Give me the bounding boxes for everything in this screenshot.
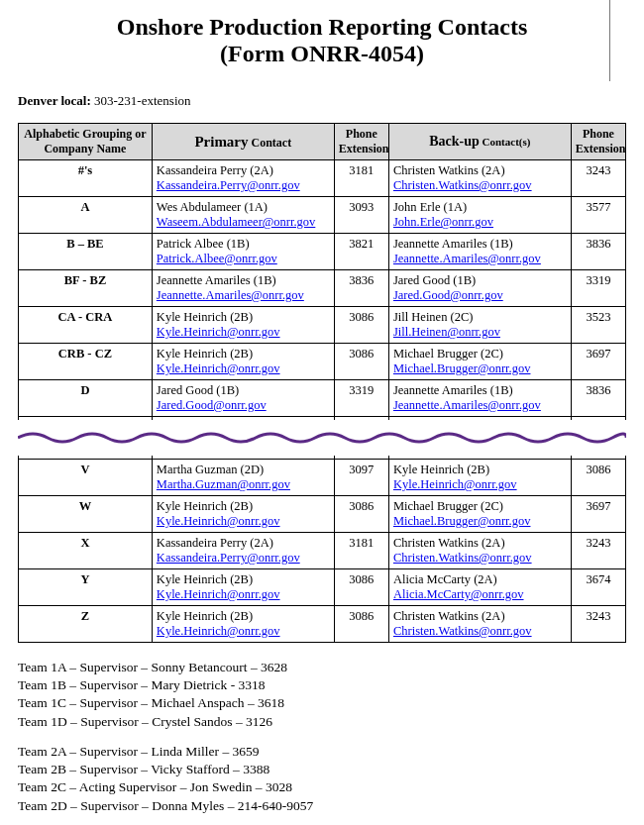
cell-backup-ext: 3697 (571, 496, 625, 533)
col-header-backup-ext: Phone Extension (571, 124, 625, 160)
cell-group: BF - BZ (19, 270, 153, 307)
primary-email-link[interactable]: Waseem.Abdulameer@onrr.gov (157, 215, 315, 229)
cell-group: #'s (19, 160, 153, 197)
page-title-line1: Onshore Production Reporting Contacts (18, 14, 626, 41)
table-row: CA - CRAKyle Heinrich (2B)Kyle.Heinrich@… (19, 307, 626, 344)
cell-group: CRB - CZ (19, 344, 153, 380)
backup-name: Christen Watkins (2A) (393, 163, 505, 177)
cell-primary-ext: 3086 (334, 496, 388, 533)
cell-group: Z (19, 606, 153, 643)
col-header-backup: Back-up Contact(s) (388, 124, 571, 160)
primary-email-link[interactable]: Kassandeira.Perry@onrr.gov (157, 178, 300, 192)
backup-name: Jeannette Amariles (1B) (393, 383, 513, 397)
primary-email-link[interactable]: Kyle.Heinrich@onrr.gov (157, 624, 280, 638)
cell-group: D (19, 380, 153, 417)
col-header-backup-big: Back-up (429, 134, 480, 149)
primary-email-link[interactable]: Kassandeira.Perry@onrr.gov (157, 551, 300, 565)
cell-group: CA - CRA (19, 307, 153, 344)
page-title-line2: (Form ONRR-4054) (18, 41, 626, 67)
contacts-table-bottom: VMartha Guzman (2D)Martha.Guzman@onrr.go… (18, 450, 626, 643)
cell-backup: Jill Heinen (2C)Jill.Heinen@onrr.gov (388, 307, 571, 344)
backup-email-link[interactable]: Christen.Watkins@onrr.gov (393, 624, 532, 638)
cell-backup: Alicia McCarty (2A)Alicia.McCarty@onrr.g… (388, 569, 571, 606)
primary-name: Patrick Albee (1B) (157, 237, 250, 251)
contacts-table-top: Alphabetic Grouping or Company Name Prim… (18, 123, 626, 426)
backup-name: Kyle Heinrich (2B) (393, 463, 489, 476)
cell-backup: Kyle Heinrich (2B)Kyle.Heinrich@onrr.gov (388, 460, 571, 496)
primary-name: Jared Good (1B) (157, 383, 239, 397)
cell-primary-ext: 3181 (334, 160, 388, 197)
team-line: Team 1B – Supervisor – Mary Dietrick - 3… (18, 676, 626, 694)
backup-email-link[interactable]: Jeannette.Amariles@onrr.gov (393, 252, 541, 265)
team-line: Team 2C – Acting Supervisor – Jon Swedin… (18, 778, 626, 796)
cell-backup: Jeannette Amariles (1B)Jeannette.Amarile… (388, 380, 571, 417)
cell-backup: John Erle (1A)John.Erle@onrr.gov (388, 197, 571, 234)
team-line: Team 2A – Supervisor – Linda Miller – 36… (18, 743, 626, 761)
table-row: AWes Abdulameer (1A)Waseem.Abdulameer@on… (19, 197, 626, 234)
cell-backup-ext: 3243 (571, 160, 625, 197)
backup-email-link[interactable]: Jill.Heinen@onrr.gov (393, 325, 500, 339)
cell-primary-ext: 3821 (334, 234, 388, 270)
backup-email-link[interactable]: Christen.Watkins@onrr.gov (393, 551, 532, 565)
cell-primary: Wes Abdulameer (1A)Waseem.Abdulameer@onr… (152, 197, 334, 234)
table-row: B – BEPatrick Albee (1B)Patrick.Albee@on… (19, 234, 626, 270)
backup-name: Christen Watkins (2A) (393, 609, 505, 623)
cell-backup-ext: 3674 (571, 569, 625, 606)
table-row: ZKyle Heinrich (2B)Kyle.Heinrich@onrr.go… (19, 606, 626, 643)
col-header-primary-small: Contact (249, 136, 292, 150)
cell-group: W (19, 496, 153, 533)
backup-email-link[interactable]: Alicia.McCarty@onrr.gov (393, 587, 524, 601)
backup-name: Michael Brugger (2C) (393, 347, 503, 361)
cell-primary-ext: 3097 (334, 460, 388, 496)
cell-backup-ext: 3577 (571, 197, 625, 234)
primary-name: Kyle Heinrich (2B) (157, 499, 253, 513)
table-row: BF - BZJeannette Amariles (1B)Jeannette.… (19, 270, 626, 307)
table-row: #'sKassandeira Perry (2A)Kassandeira.Per… (19, 160, 626, 197)
backup-name: Jared Good (1B) (393, 273, 476, 287)
teams-list: Team 1A – Supervisor – Sonny Betancourt … (18, 659, 626, 815)
col-header-group: Alphabetic Grouping or Company Name (19, 124, 153, 160)
primary-email-link[interactable]: Kyle.Heinrich@onrr.gov (157, 587, 280, 601)
primary-name: Kassandeira Perry (2A) (157, 536, 273, 550)
primary-email-link[interactable]: Kyle.Heinrich@onrr.gov (157, 361, 280, 375)
page-tear-divider (18, 420, 626, 456)
cell-primary-ext: 3181 (334, 533, 388, 569)
backup-email-link[interactable]: Christen.Watkins@onrr.gov (393, 178, 532, 192)
backup-email-link[interactable]: Michael.Brugger@onrr.gov (393, 514, 531, 528)
cell-group: Y (19, 569, 153, 606)
cell-backup-ext: 3319 (571, 270, 625, 307)
primary-name: Kassandeira Perry (2A) (157, 163, 273, 177)
backup-email-link[interactable]: John.Erle@onrr.gov (393, 215, 493, 229)
cell-backup-ext: 3086 (571, 460, 625, 496)
cell-primary: Patrick Albee (1B)Patrick.Albee@onrr.gov (152, 234, 334, 270)
col-header-backup-small: Contact(s) (480, 136, 531, 148)
primary-name: Wes Abdulameer (1A) (157, 200, 268, 214)
table-row: YKyle Heinrich (2B)Kyle.Heinrich@onrr.go… (19, 569, 626, 606)
cell-primary-ext: 3086 (334, 307, 388, 344)
primary-email-link[interactable]: Jared.Good@onrr.gov (157, 398, 267, 412)
primary-name: Kyle Heinrich (2B) (157, 347, 253, 361)
primary-email-link[interactable]: Kyle.Heinrich@onrr.gov (157, 514, 280, 528)
cell-primary-ext: 3319 (334, 380, 388, 417)
primary-email-link[interactable]: Kyle.Heinrich@onrr.gov (157, 325, 280, 339)
backup-email-link[interactable]: Kyle.Heinrich@onrr.gov (393, 477, 517, 491)
backup-email-link[interactable]: Jeannette.Amariles@onrr.gov (393, 398, 541, 412)
cell-group: V (19, 460, 153, 496)
primary-email-link[interactable]: Martha.Guzman@onrr.gov (157, 477, 290, 491)
backup-email-link[interactable]: Jared.Good@onrr.gov (393, 288, 503, 302)
cell-group: X (19, 533, 153, 569)
cell-primary-ext: 3836 (334, 270, 388, 307)
cell-backup-ext: 3836 (571, 234, 625, 270)
team-line: Team 1A – Supervisor – Sonny Betancourt … (18, 659, 626, 676)
backup-name: Michael Brugger (2C) (393, 499, 503, 513)
team-line: Team 2B – Supervisor – Vicky Stafford – … (18, 761, 626, 778)
cell-backup: Christen Watkins (2A)Christen.Watkins@on… (388, 160, 571, 197)
table-row: WKyle Heinrich (2B)Kyle.Heinrich@onrr.go… (19, 496, 626, 533)
team-line: Team 1C – Supervisor – Michael Anspach –… (18, 694, 626, 712)
backup-email-link[interactable]: Michael.Brugger@onrr.gov (393, 361, 531, 375)
col-header-primary: Primary Contact (152, 124, 334, 160)
primary-email-link[interactable]: Patrick.Albee@onrr.gov (157, 252, 277, 265)
team-line: Team 2D – Supervisor – Donna Myles – 214… (18, 797, 626, 815)
primary-email-link[interactable]: Jeannette.Amariles@onrr.gov (157, 288, 304, 302)
col-header-primary-ext: Phone Extension (334, 124, 388, 160)
